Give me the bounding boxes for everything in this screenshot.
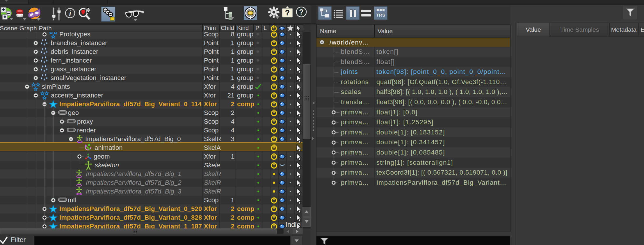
svg-text:?: ? (285, 8, 290, 17)
svg-text:?: ? (299, 8, 304, 16)
svg-text:TRS: TRS (376, 13, 385, 17)
